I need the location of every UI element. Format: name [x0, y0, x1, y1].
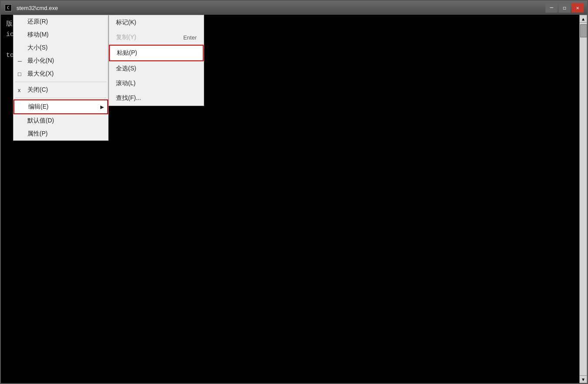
edit-menu-item-copy[interactable]: 复制(Y) Enter [109, 30, 204, 45]
edit-submenu: 标记(K) 复制(Y) Enter 粘贴(P) 全选(S) 滚动(L) 查找(F… [109, 15, 204, 106]
cmd-window: C stem32\cmd.exe ─ ◻ ✕ 版本 6.1.7601] icro… [0, 0, 588, 384]
menu-item-properties[interactable]: 属性(P) [13, 127, 108, 140]
menu-item-edit[interactable]: 编辑(E) ▶ [13, 99, 108, 114]
cmd-icon: C [5, 4, 12, 11]
menu-item-restore[interactable]: 还原(R) [13, 15, 108, 28]
close-button[interactable]: ✕ [571, 3, 584, 13]
close-label: 关闭(C) [27, 86, 48, 94]
selectall-label: 全选(S) [116, 65, 136, 73]
minimize-button[interactable]: ─ [545, 3, 558, 13]
scroll-label: 滚动(L) [116, 79, 135, 87]
copy-shortcut: Enter [183, 34, 197, 41]
menu-item-defaults[interactable]: 默认值(D) [13, 114, 108, 127]
maximize-label: 最大化(X) [27, 70, 54, 78]
menu-item-minimize[interactable]: ─ 最小化(N) [13, 54, 108, 67]
restore-label: 还原(R) [27, 18, 48, 26]
titlebar-icon: C [4, 4, 12, 12]
scrollbar[interactable]: ▲ ▼ [579, 15, 587, 383]
titlebar: C stem32\cmd.exe ─ ◻ ✕ [1, 1, 587, 15]
menu-item-resize[interactable]: 大小(S) [13, 41, 108, 54]
scroll-thumb[interactable] [580, 24, 587, 37]
properties-label: 属性(P) [27, 130, 48, 138]
edit-label: 编辑(E) [28, 103, 49, 111]
edit-menu-item-mark[interactable]: 标记(K) [109, 15, 204, 30]
scroll-up-arrow[interactable]: ▲ [579, 15, 587, 23]
minimize-prefix: ─ [18, 58, 22, 64]
move-label: 移动(M) [27, 31, 49, 39]
resize-label: 大小(S) [27, 44, 48, 52]
copy-label: 复制(Y) [116, 33, 136, 41]
menu-separator-1 [15, 82, 106, 82]
system-context-menu: 还原(R) 移动(M) 大小(S) ─ 最小化(N) □ 最大化(X) x 关闭… [13, 15, 109, 141]
mark-label: 标记(K) [116, 19, 136, 26]
menu-item-move[interactable]: 移动(M) [13, 28, 108, 41]
edit-arrow-icon: ▶ [100, 104, 104, 110]
edit-menu-item-scroll[interactable]: 滚动(L) [109, 76, 204, 91]
minimize-label: 最小化(N) [27, 57, 54, 65]
menu-item-close[interactable]: x 关闭(C) [13, 83, 108, 96]
defaults-label: 默认值(D) [27, 117, 54, 125]
menu-separator-2 [15, 98, 106, 98]
scroll-down-arrow[interactable]: ▼ [579, 375, 587, 383]
restore-button[interactable]: ◻ [558, 3, 571, 13]
close-prefix: x [18, 87, 21, 93]
maximize-prefix: □ [18, 71, 21, 77]
edit-menu-item-selectall[interactable]: 全选(S) [109, 61, 204, 76]
find-label: 查找(F)... [116, 94, 141, 102]
edit-menu-item-find[interactable]: 查找(F)... [109, 91, 204, 106]
scroll-track[interactable] [579, 23, 587, 375]
titlebar-title: stem32\cmd.exe [15, 5, 543, 11]
paste-label: 粘贴(P) [117, 49, 137, 57]
edit-menu-item-paste[interactable]: 粘贴(P) [109, 45, 204, 61]
menu-item-maximize[interactable]: □ 最大化(X) [13, 67, 108, 80]
titlebar-buttons: ─ ◻ ✕ [545, 3, 584, 13]
